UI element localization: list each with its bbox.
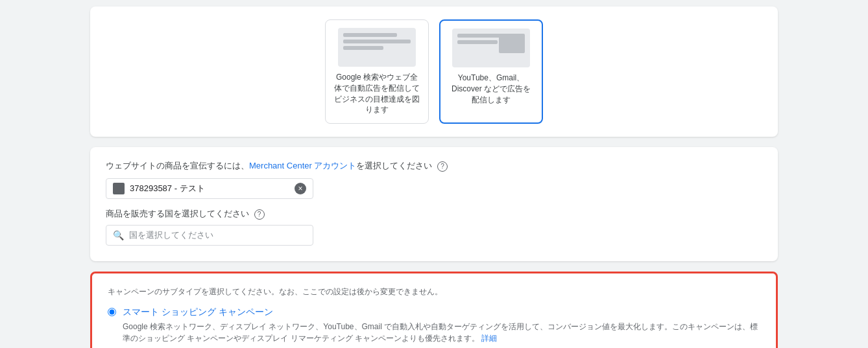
campaign-type-option-discovery[interactable]: YouTube、Gmail、Discover などで広告を配信します — [439, 19, 543, 124]
campaign-thumbnail-smart — [338, 28, 416, 67]
merchant-section-label: ウェブサイトの商品を宣伝するには、Merchant Center アカウントを選… — [106, 160, 762, 172]
campaign-type-label-smart: Google 検索やウェブ全体で自動広告を配信してビジネスの目標達成を図ります — [333, 72, 420, 115]
country-section-label: 商品を販売する国を選択してください ? — [106, 208, 762, 220]
campaign-type-option-smart[interactable]: Google 検索やウェブ全体で自動広告を配信してビジネスの目標達成を図ります — [325, 19, 429, 124]
thumb-line-2 — [343, 40, 411, 43]
country-search-icon: 🔍 — [113, 230, 124, 240]
smart-shopping-content: スマート ショッピング キャンペーン Google 検索ネットワーク、ディスプレ… — [123, 307, 760, 344]
smart-shopping-desc: Google 検索ネットワーク、ディスプレイ ネットワーク、YouTube、Gm… — [123, 321, 760, 344]
thumb-line-d2 — [457, 40, 498, 44]
thumb-box-discovery — [499, 34, 525, 53]
merchant-value: 378293587 - テスト — [130, 183, 295, 194]
thumb-line-3 — [343, 46, 383, 50]
thumb-line-1 — [343, 33, 397, 37]
smart-shopping-detail-link[interactable]: 詳細 — [481, 334, 497, 343]
merchant-store-icon — [113, 183, 125, 194]
smart-shopping-title: スマート ショッピング キャンペーン — [123, 307, 760, 318]
merchant-clear-button[interactable]: × — [295, 183, 306, 194]
campaign-type-card: Google 検索やウェブ全体で自動広告を配信してビジネスの目標達成を図ります … — [90, 6, 778, 137]
smart-shopping-option[interactable]: スマート ショッピング キャンペーン Google 検索ネットワーク、ディスプレ… — [108, 307, 760, 344]
smart-shopping-radio[interactable] — [108, 308, 116, 316]
subtype-header: キャンペーンのサブタイプを選択してください。なお、ここでの設定は後から変更できま… — [108, 286, 760, 297]
campaign-type-label-discovery: YouTube、Gmail、Discover などで広告を配信します — [448, 73, 534, 105]
country-select-input[interactable]: 🔍 国を選択してください — [106, 225, 313, 246]
subtype-section: キャンペーンのサブタイプを選択してください。なお、ここでの設定は後から変更できま… — [90, 272, 778, 348]
merchant-input[interactable]: 378293587 - テスト × — [106, 178, 313, 199]
country-help-icon[interactable]: ? — [254, 209, 265, 220]
campaign-type-row: Google 検索やウェブ全体で自動広告を配信してビジネスの目標達成を図ります … — [106, 19, 762, 124]
merchant-help-icon[interactable]: ? — [437, 161, 448, 172]
merchant-center-link[interactable]: Merchant Center アカウント — [249, 161, 356, 170]
merchant-country-card: ウェブサイトの商品を宣伝するには、Merchant Center アカウントを選… — [90, 147, 778, 261]
country-placeholder: 国を選択してください — [129, 229, 213, 241]
campaign-thumbnail-discovery — [452, 29, 530, 67]
